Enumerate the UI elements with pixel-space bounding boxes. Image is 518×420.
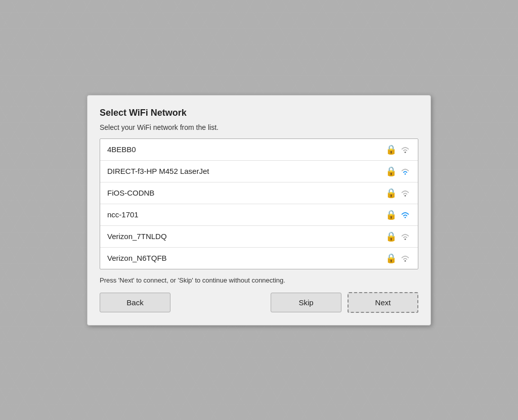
network-item[interactable]: 4BEBB0🔒 xyxy=(100,139,418,161)
lock-icon: 🔒 xyxy=(385,166,397,177)
wifi-signal-icon xyxy=(400,144,411,155)
wifi-signal-icon xyxy=(400,166,411,177)
network-icons: 🔒 xyxy=(385,188,411,199)
wifi-signal-icon xyxy=(400,231,411,242)
wifi-signal-icon xyxy=(400,188,411,199)
back-button[interactable]: Back xyxy=(100,293,170,312)
network-name: DIRECT-f3-HP M452 LaserJet xyxy=(107,167,385,175)
lock-icon: 🔒 xyxy=(385,231,397,242)
network-list: 4BEBB0🔒 DIRECT-f3-HP M452 LaserJet🔒 FiOS… xyxy=(100,138,418,269)
svg-point-4 xyxy=(405,238,406,240)
wifi-signal-icon xyxy=(400,209,411,220)
network-name: 4BEBB0 xyxy=(107,145,385,154)
network-item[interactable]: DIRECT-f3-HP M452 LaserJet🔒 xyxy=(100,161,418,182)
svg-point-0 xyxy=(405,151,406,153)
wifi-dialog: Select WiFi Network Select your WiFi net… xyxy=(87,95,431,325)
skip-button[interactable]: Skip xyxy=(271,293,341,312)
network-item[interactable]: Verizon_N6TQFB🔒 xyxy=(100,248,418,269)
network-item[interactable]: Verizon_7TNLDQ🔒 xyxy=(100,226,418,248)
button-row: Back Skip Next xyxy=(100,292,418,313)
network-icons: 🔒 xyxy=(385,166,411,177)
network-icons: 🔒 xyxy=(385,231,411,242)
network-icons: 🔒 xyxy=(385,209,411,220)
network-name: FiOS-CODNB xyxy=(107,189,385,197)
network-name: ncc-1701 xyxy=(107,210,385,219)
svg-point-2 xyxy=(405,195,406,196)
lock-icon: 🔒 xyxy=(385,253,397,264)
network-icons: 🔒 xyxy=(385,253,411,264)
footer-text: Press 'Next' to connect, or 'Skip' to co… xyxy=(100,276,418,284)
lock-icon: 🔒 xyxy=(385,209,397,220)
lock-icon: 🔒 xyxy=(385,144,397,155)
dialog-subtitle: Select your WiFi network from the list. xyxy=(100,123,418,131)
network-icons: 🔒 xyxy=(385,144,411,155)
network-item[interactable]: FiOS-CODNB🔒 xyxy=(100,182,418,204)
svg-point-5 xyxy=(405,260,406,261)
network-item[interactable]: ncc-1701🔒 xyxy=(100,204,418,226)
lock-icon: 🔒 xyxy=(385,188,397,199)
network-name: Verizon_N6TQFB xyxy=(107,254,385,262)
dialog-title: Select WiFi Network xyxy=(100,108,418,118)
svg-point-1 xyxy=(405,173,406,174)
svg-point-3 xyxy=(405,216,406,218)
network-name: Verizon_7TNLDQ xyxy=(107,232,385,241)
next-button[interactable]: Next xyxy=(348,292,418,313)
wifi-signal-icon xyxy=(400,253,411,264)
